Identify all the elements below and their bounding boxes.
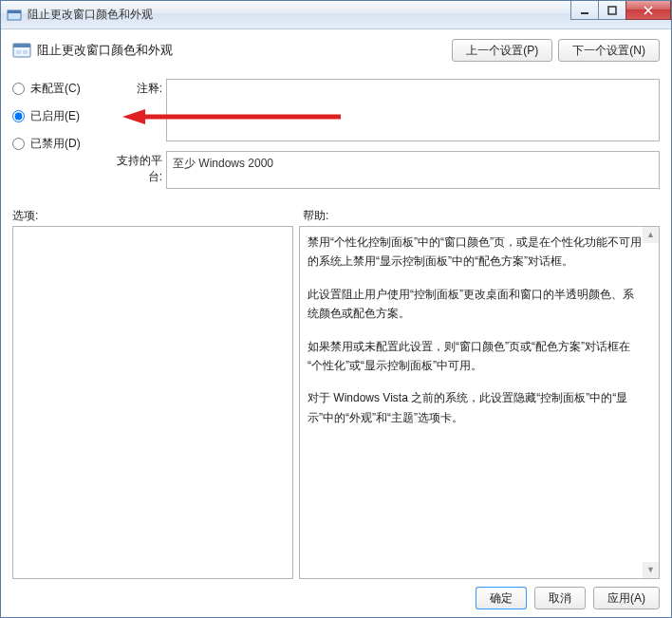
button-bar: 确定 取消 应用(A) bbox=[12, 579, 660, 609]
radio-not-configured-label: 未配置(C) bbox=[30, 81, 81, 97]
platform-label: 支持的平台: bbox=[103, 151, 166, 189]
radio-disabled-input[interactable] bbox=[12, 138, 25, 150]
help-paragraph: 对于 Windows Vista 之前的系统，此设置隐藏“控制面板”中的“显示”… bbox=[308, 388, 642, 427]
options-panel[interactable] bbox=[12, 226, 293, 579]
help-paragraph: 此设置阻止用户使用“控制面板”更改桌面和窗口的半透明颜色、系统颜色或配色方案。 bbox=[308, 285, 642, 324]
cancel-button[interactable]: 取消 bbox=[534, 587, 586, 609]
dialog-window: 阻止更改窗口颜色和外观 阻止更改窗口颜色和外观 上一个设置(P) 下 bbox=[0, 0, 672, 618]
radio-not-configured[interactable]: 未配置(C) bbox=[12, 81, 103, 97]
radio-not-configured-input[interactable] bbox=[12, 83, 25, 95]
minimize-button[interactable] bbox=[570, 1, 599, 20]
svg-rect-5 bbox=[13, 44, 30, 47]
policy-icon bbox=[12, 41, 31, 60]
help-panel[interactable]: ▲ 禁用“个性化控制面板”中的“窗口颜色”页，或是在个性化功能不可用的系统上禁用… bbox=[299, 226, 660, 579]
supported-platform-box: 至少 Windows 2000 bbox=[166, 151, 660, 189]
help-paragraph: 禁用“个性化控制面板”中的“窗口颜色”页，或是在个性化功能不可用的系统上禁用“显… bbox=[308, 233, 642, 272]
comment-label: 注释: bbox=[103, 79, 166, 141]
titlebar[interactable]: 阻止更改窗口颜色和外观 bbox=[1, 1, 671, 29]
policy-title: 阻止更改窗口颜色和外观 bbox=[37, 42, 173, 59]
config-section: 未配置(C) 已启用(E) 已禁用(D) 注释: 支持的平台: bbox=[12, 79, 660, 198]
apply-button[interactable]: 应用(A) bbox=[593, 587, 660, 609]
svg-rect-7 bbox=[23, 50, 28, 54]
maximize-button[interactable] bbox=[598, 1, 626, 20]
radio-disabled-label: 已禁用(D) bbox=[30, 136, 81, 152]
scroll-down-icon[interactable]: ▼ bbox=[643, 562, 659, 578]
header-row: 阻止更改窗口颜色和外观 上一个设置(P) 下一个设置(N) bbox=[12, 39, 660, 62]
svg-rect-2 bbox=[581, 12, 588, 14]
close-button[interactable] bbox=[625, 1, 671, 20]
scroll-up-icon[interactable]: ▲ bbox=[643, 227, 659, 243]
radio-enabled-input[interactable] bbox=[12, 110, 25, 122]
help-paragraph: 如果禁用或未配置此设置，则“窗口颜色”页或“配色方案”对话框在“个性化”或“显示… bbox=[308, 337, 642, 376]
comment-textarea[interactable] bbox=[166, 79, 660, 141]
help-label: 帮助: bbox=[303, 208, 328, 224]
radio-enabled-label: 已启用(E) bbox=[30, 108, 80, 124]
dialog-body: 阻止更改窗口颜色和外观 上一个设置(P) 下一个设置(N) 未配置(C) 已启用… bbox=[1, 29, 671, 617]
radio-group: 未配置(C) 已启用(E) 已禁用(D) bbox=[12, 79, 103, 198]
panel-labels: 选项: 帮助: bbox=[12, 208, 660, 224]
radio-disabled[interactable]: 已禁用(D) bbox=[12, 136, 103, 152]
ok-button[interactable]: 确定 bbox=[476, 587, 527, 609]
previous-setting-button[interactable]: 上一个设置(P) bbox=[452, 39, 552, 62]
svg-rect-1 bbox=[8, 10, 21, 13]
window-controls bbox=[571, 1, 671, 20]
svg-rect-6 bbox=[16, 50, 21, 54]
next-setting-button[interactable]: 下一个设置(N) bbox=[558, 39, 660, 62]
panels-row: ▲ 禁用“个性化控制面板”中的“窗口颜色”页，或是在个性化功能不可用的系统上禁用… bbox=[12, 226, 660, 579]
options-label: 选项: bbox=[12, 208, 293, 224]
svg-rect-3 bbox=[608, 7, 616, 14]
radio-enabled[interactable]: 已启用(E) bbox=[12, 108, 103, 124]
app-icon bbox=[7, 8, 22, 23]
